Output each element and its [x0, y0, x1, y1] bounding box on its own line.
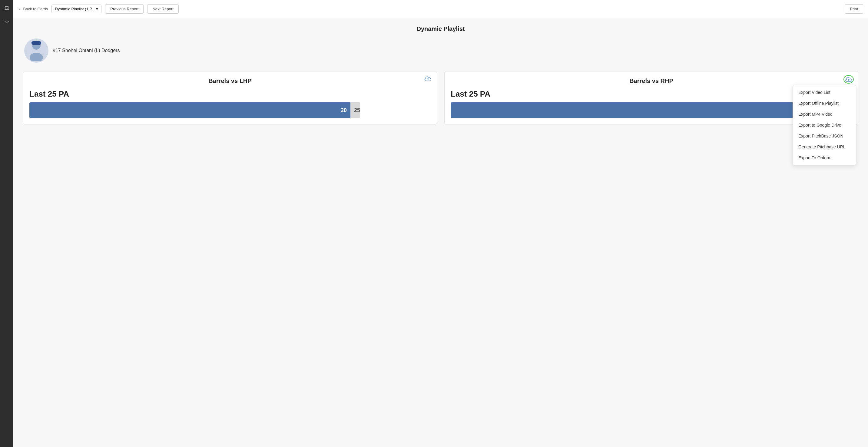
main-area: ← Back to Cards Dynamic Playlist (1 P...… [13, 0, 868, 447]
player-header: #17 Shohei Ohtani (L) Dodgers [23, 38, 858, 63]
panel-lhp: Barrels vs LHP Last 25 PA 20 25 [23, 71, 437, 125]
page-title: Dynamic Playlist [23, 26, 858, 32]
playlist-selector-arrow: ▾ [96, 7, 98, 11]
panel-lhp-pa-label: Last 25 PA [29, 89, 431, 99]
code-icon[interactable]: <> [2, 18, 10, 26]
menu-item-export-pitchbase-json[interactable]: Export PitchBase JSON [793, 130, 856, 141]
content-area: Dynamic Playlist #17 Shohei Ohtani (L) D… [13, 18, 868, 447]
cloud-export-button-lhp[interactable] [424, 75, 433, 83]
svg-point-1 [30, 53, 43, 61]
panel-rhp: Barrels vs RHP Export Video List Export … [444, 71, 858, 125]
menu-item-export-google-drive[interactable]: Export to Google Drive [793, 120, 856, 130]
panel-lhp-bar: 20 25 [29, 102, 431, 118]
menu-item-export-mp4-video[interactable]: Export MP4 Video [793, 109, 856, 120]
menu-item-export-video-list[interactable]: Export Video List [793, 87, 856, 98]
player-name: #17 Shohei Ohtani (L) Dodgers [53, 48, 120, 53]
cloud-export-button-rhp[interactable] [843, 75, 854, 84]
panel-rhp-bar [451, 102, 852, 118]
image-icon[interactable]: 🖼 [2, 4, 11, 13]
avatar [24, 38, 49, 63]
next-report-button[interactable]: Next Report [147, 4, 178, 13]
menu-item-generate-pitchbase-url[interactable]: Generate Pitchbase URL [793, 141, 856, 152]
panel-lhp-bar-filled: 20 [29, 102, 350, 118]
panel-lhp-bar-empty: 25 [350, 102, 360, 118]
export-dropdown-menu: Export Video List Export Offline Playlis… [793, 85, 856, 165]
panel-rhp-title: Barrels vs RHP [451, 77, 852, 85]
previous-report-button[interactable]: Previous Report [105, 4, 144, 13]
print-button[interactable]: Print [845, 4, 863, 13]
playlist-selector[interactable]: Dynamic Playlist (1 P... ▾ [52, 4, 101, 13]
menu-item-export-offline-playlist[interactable]: Export Offline Playlist [793, 98, 856, 109]
panel-rhp-bar-filled [451, 102, 852, 118]
panel-lhp-title: Barrels vs LHP [29, 77, 431, 85]
sidebar: 🖼 <> [0, 0, 13, 447]
svg-rect-3 [31, 41, 41, 45]
menu-item-export-to-onform[interactable]: Export To Onform [793, 152, 856, 163]
panel-rhp-pa-label: Last 25 PA [451, 89, 852, 99]
playlist-selector-label: Dynamic Playlist (1 P... [55, 7, 95, 11]
back-to-cards-link[interactable]: ← Back to Cards [18, 7, 48, 11]
topbar: ← Back to Cards Dynamic Playlist (1 P...… [13, 0, 868, 18]
panels-row: Barrels vs LHP Last 25 PA 20 25 [23, 71, 858, 125]
